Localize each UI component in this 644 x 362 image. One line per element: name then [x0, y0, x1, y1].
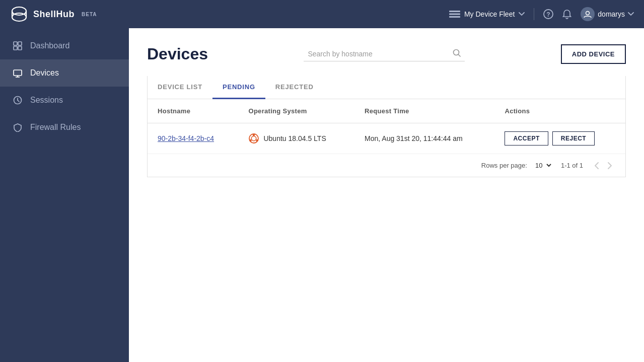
svg-rect-13	[18, 46, 22, 50]
os-cell: Ubuntu 18.04.5 LTS	[248, 133, 344, 144]
cell-os: Ubuntu 18.04.5 LTS	[238, 123, 354, 154]
username-label: domarys	[598, 10, 625, 18]
fleet-icon	[449, 10, 460, 18]
prev-page-button[interactable]	[591, 161, 602, 171]
col-hostname: Hostname	[148, 99, 238, 123]
svg-point-24	[256, 139, 258, 141]
notifications-button[interactable]	[562, 9, 571, 19]
col-os: Operating System	[238, 99, 354, 123]
add-device-button[interactable]: ADD DEVICE	[561, 44, 626, 64]
help-button[interactable]: ?	[543, 9, 553, 19]
svg-text:?: ?	[547, 11, 550, 18]
sidebar-item-dashboard[interactable]: Dashboard	[0, 32, 129, 59]
avatar	[581, 7, 595, 21]
page-nav	[591, 161, 615, 171]
accept-button[interactable]: ACCEPT	[505, 131, 548, 146]
svg-point-3	[12, 13, 26, 21]
svg-point-25	[250, 139, 252, 141]
fleet-chevron-icon	[519, 12, 525, 16]
svg-rect-12	[14, 46, 17, 50]
page-title: Devices	[147, 45, 208, 63]
rows-per-page: Rows per page: 5 10 25 50	[481, 160, 553, 171]
sidebar-item-sessions[interactable]: Sessions	[0, 87, 129, 114]
svg-point-23	[253, 134, 255, 136]
logo-icon	[10, 5, 28, 23]
tab-device-list[interactable]: DEVICE LIST	[148, 76, 212, 99]
search-bar	[304, 47, 465, 61]
tab-rejected[interactable]: REJECTED	[265, 76, 324, 99]
user-chevron-icon	[628, 12, 634, 16]
device-table-container: DEVICE LIST PENDING REJECTED Hostname Op…	[147, 76, 626, 177]
svg-point-9	[586, 12, 590, 15]
svg-rect-6	[449, 16, 460, 18]
svg-rect-14	[14, 70, 22, 76]
beta-badge: BETA	[82, 12, 97, 17]
tabs: DEVICE LIST PENDING REJECTED	[148, 76, 625, 99]
device-icon	[12, 68, 23, 78]
reject-button[interactable]: REJECT	[552, 131, 595, 146]
logo-text: ShellHub	[33, 9, 75, 20]
cell-hostname: 90-2b-34-f4-2b-c4	[148, 123, 238, 154]
os-label: Ubuntu 18.04.5 LTS	[263, 134, 326, 142]
sidebar-item-label: Dashboard	[30, 41, 69, 50]
svg-rect-4	[449, 11, 460, 12]
svg-rect-11	[18, 42, 22, 45]
clock-icon	[12, 96, 23, 105]
svg-rect-5	[449, 14, 460, 15]
table-row: 90-2b-34-f4-2b-c4	[148, 123, 625, 154]
hostname-link[interactable]: 90-2b-34-f4-2b-c4	[158, 134, 214, 142]
search-input[interactable]	[308, 50, 449, 58]
page-info: 1-1 of 1	[561, 162, 583, 169]
main-layout: Dashboard Devices Sessions	[0, 28, 644, 362]
page-header: Devices ADD DEVICE	[147, 44, 626, 64]
grid-icon	[12, 41, 23, 50]
col-actions: Actions	[494, 99, 625, 123]
svg-line-19	[18, 100, 19, 102]
rows-per-page-select[interactable]: 5 10 25 50	[531, 160, 553, 171]
sidebar-item-label: Sessions	[30, 96, 63, 105]
shield-icon	[12, 123, 23, 132]
sidebar-item-label: Firewall Rules	[30, 123, 81, 132]
rows-per-page-label: Rows per page:	[481, 162, 527, 169]
table-header-row: Hostname Operating System Request Time A…	[148, 99, 625, 123]
fleet-name: My Device Fleet	[464, 10, 515, 18]
search-icon	[453, 49, 461, 59]
devices-table: Hostname Operating System Request Time A…	[148, 99, 625, 154]
content-area: Devices ADD DEVICE DEVICE LIST PENDING R…	[129, 28, 644, 362]
cell-actions: ACCEPT REJECT	[494, 123, 625, 154]
col-request-time: Request Time	[354, 99, 494, 123]
topbar-right: My Device Fleet ? domarys	[449, 7, 634, 21]
sidebar-item-firewall-rules[interactable]: Firewall Rules	[0, 114, 129, 141]
sidebar-item-label: Devices	[30, 68, 59, 78]
tab-pending[interactable]: PENDING	[212, 76, 265, 99]
topbar: ShellHub BETA My Device Fleet ?	[0, 0, 644, 28]
topbar-divider	[534, 8, 534, 20]
next-page-button[interactable]	[604, 161, 615, 171]
svg-rect-10	[14, 42, 17, 45]
svg-line-21	[458, 54, 460, 56]
cell-request-time: Mon, Aug 31st 20, 11:44:44 am	[354, 123, 494, 154]
pagination: Rows per page: 5 10 25 50 1-1 of 1	[148, 154, 625, 177]
user-menu[interactable]: domarys	[581, 7, 634, 21]
logo-area: ShellHub BETA	[10, 5, 97, 23]
sidebar-item-devices[interactable]: Devices	[0, 59, 129, 87]
fleet-selector[interactable]: My Device Fleet	[449, 10, 525, 18]
sidebar: Dashboard Devices Sessions	[0, 28, 129, 362]
ubuntu-icon	[248, 133, 259, 144]
action-cell: ACCEPT REJECT	[505, 131, 615, 146]
